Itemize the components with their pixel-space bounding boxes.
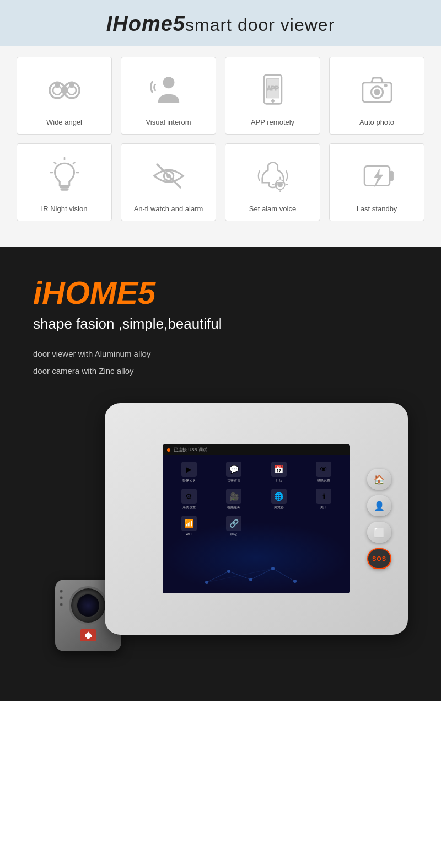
product-image-area: 已连接 USB 调试 ▶ 影像记录 💬 访客留言 📅 日历: [33, 392, 408, 679]
menu-icon-settings: ⚙: [181, 489, 197, 504]
svg-line-25: [157, 164, 180, 187]
feature-card-anti-watch: An-ti watch and alarm: [121, 143, 216, 221]
menu-label-calendar: 日历: [276, 478, 282, 483]
device-screen: 已连接 USB 调试 ▶ 影像记录 💬 访客留言 📅 日历: [163, 444, 350, 593]
auto-photo-icon: [355, 67, 399, 111]
camera-lens-ring: [69, 586, 107, 625]
menu-item-video: ▶ 影像记录: [167, 459, 211, 485]
menu-label-settings: 系统设置: [182, 505, 196, 510]
device-side-buttons: 🏠 👤 ⬜ SOS: [367, 469, 391, 569]
screen-status-dot: [167, 448, 170, 452]
menu-icon-calendar: 📅: [271, 462, 287, 477]
svg-rect-5: [55, 82, 60, 88]
header-subtitle: smart door viewer: [185, 15, 335, 35]
svg-line-42: [273, 569, 295, 581]
menu-label-message: 访客留言: [227, 478, 240, 483]
sos-button[interactable]: SOS: [367, 548, 391, 569]
feature-card-visual-intercom: Visual interom: [121, 57, 216, 135]
svg-text:APP: APP: [267, 85, 279, 92]
last-standby-icon: [355, 154, 399, 198]
product-tagline: shape fasion ,simple,beautiful: [33, 315, 408, 333]
menu-label-peephole: 猫眼设置: [317, 478, 330, 483]
menu-label-video: 影像记录: [182, 478, 196, 483]
last-standby-label: Last standby: [357, 205, 397, 213]
menu-item-peephole: 👁 猫眼设置: [302, 459, 346, 485]
camera-lens: [76, 593, 100, 618]
header-title: IHome5smart door viewer: [11, 12, 430, 36]
menu-icon-about: ℹ: [316, 489, 331, 504]
svg-line-19: [73, 163, 74, 164]
svg-point-27: [277, 182, 282, 187]
menu-label-browser: 浏览器: [274, 505, 284, 510]
menu-label-video-service: 视频服务: [227, 505, 240, 510]
screen-status-text: 已连接 USB 调试: [174, 447, 207, 453]
menu-item-message: 💬 访客留言: [212, 459, 256, 485]
svg-line-43: [207, 569, 273, 582]
menu-item-browser: 🌐 浏览器: [257, 486, 301, 512]
menu-icon-peephole: 👁: [316, 462, 331, 477]
svg-rect-17: [61, 189, 68, 191]
visual-intercom-label: Visual interom: [146, 118, 191, 126]
anti-watch-label: An-ti watch and alarm: [134, 205, 203, 213]
auto-photo-label: Auto photo: [359, 118, 394, 126]
power-button[interactable]: ⬜: [367, 522, 391, 543]
app-remotely-icon: APP: [251, 67, 295, 111]
app-remotely-label: APP remotely: [251, 118, 294, 126]
header-section: IHome5smart door viewer: [0, 0, 441, 46]
ir-night-vision-label: IR Night vision: [41, 205, 88, 213]
feature-card-app-remotely: APP APP remotely: [225, 57, 320, 135]
ir-night-vision-icon: [42, 154, 87, 198]
svg-rect-16: [60, 186, 69, 188]
wide-angle-icon: [42, 67, 87, 111]
menu-label-wifi: WiFi: [186, 532, 192, 535]
wide-angle-label: Wide angel: [46, 118, 82, 126]
feature-card-last-standby: Last standby: [329, 143, 424, 221]
features-grid-row2: IR Night vision An-ti watch and alarm: [17, 143, 424, 221]
product-detail1: door viewer with Aluminum alloy: [33, 349, 408, 358]
camera-ir-dots-left: [60, 590, 63, 606]
svg-point-14: [374, 89, 380, 95]
svg-line-21: [54, 163, 56, 164]
svg-rect-33: [389, 171, 393, 181]
anti-watch-icon: [147, 154, 191, 198]
svg-line-39: [207, 571, 229, 582]
svg-point-15: [384, 84, 387, 87]
menu-label-about: 关于: [320, 505, 327, 510]
user-button[interactable]: 👤: [367, 495, 391, 516]
svg-line-41: [251, 569, 273, 580]
brand-name: IHome5: [106, 12, 185, 35]
visual-intercom-icon: [147, 67, 191, 111]
screen-header: 已连接 USB 调试: [163, 444, 350, 455]
menu-icon-video: ▶: [181, 462, 197, 477]
svg-rect-4: [62, 88, 67, 94]
menu-icon-browser: 🌐: [271, 489, 287, 504]
svg-point-10: [271, 99, 274, 102]
menu-icon-video-service: 🎥: [226, 489, 241, 504]
menu-icon-message: 💬: [226, 462, 241, 477]
feature-card-ir-night-vision: IR Night vision: [17, 143, 112, 221]
product-brand: iHOME5: [33, 274, 408, 311]
home-button[interactable]: 🏠: [367, 469, 391, 490]
camera-bell: [80, 629, 96, 641]
menu-item-calendar: 📅 日历: [257, 459, 301, 485]
svg-rect-6: [69, 82, 74, 88]
menu-item-settings: ⚙ 系统设置: [167, 486, 211, 512]
menu-icon-bind: 🔗: [226, 516, 241, 531]
menu-label-bind: 绑定: [230, 532, 237, 537]
screen-menu: ▶ 影像记录 💬 访客留言 📅 日历 👁 猫眼设置: [163, 455, 350, 544]
feature-card-set-alarm: Set alam voice: [225, 143, 320, 221]
menu-item-wifi: 📶 WiFi: [167, 513, 211, 539]
set-alarm-icon: [251, 154, 295, 198]
product-section: iHOME5 shape fasion ,simple,beautiful do…: [0, 247, 441, 701]
door-viewer-device: 已连接 USB 调试 ▶ 影像记录 💬 访客留言 📅 日历: [105, 403, 408, 635]
features-section: Wide angel Visual interom: [0, 46, 441, 247]
menu-item-about: ℹ 关于: [302, 486, 346, 512]
menu-item-video-service: 🎥 视频服务: [212, 486, 256, 512]
feature-card-wide-angle: Wide angel: [17, 57, 112, 135]
menu-icon-wifi: 📶: [181, 516, 197, 531]
menu-item-bind: 🔗 绑定: [212, 513, 256, 539]
feature-card-auto-photo: Auto photo: [329, 57, 424, 135]
features-grid-row1: Wide angel Visual interom: [17, 57, 424, 135]
svg-point-7: [163, 77, 174, 88]
product-detail2: door camera with Zinc alloy: [33, 366, 408, 376]
